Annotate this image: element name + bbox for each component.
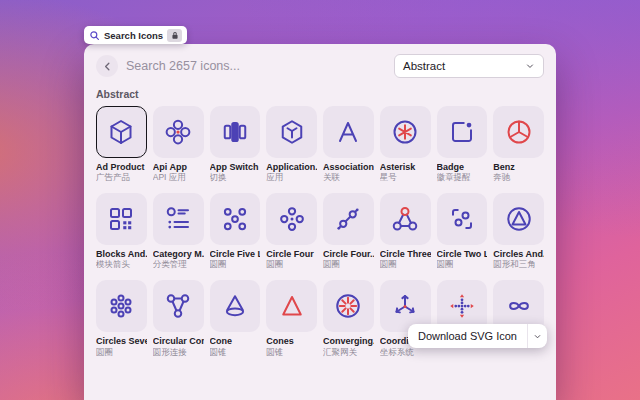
icon-sublabel: API 应用 [153,173,204,183]
icon-tile[interactable] [266,280,317,332]
icon-card-converging[interactable]: Converging... 汇聚网关 [323,280,374,357]
icon-tile[interactable] [380,193,431,245]
icon-tile[interactable] [493,193,544,245]
window-tab-title: Search Icons [104,30,163,41]
diagonal-circles-icon [333,204,363,234]
icon-tile[interactable] [323,280,374,332]
icon-card-association[interactable]: Association 关联 [323,106,374,183]
four-circles-flower-icon [277,204,307,234]
icon-card-cones[interactable]: Cones 圆锥 [266,280,317,357]
icon-card-cone[interactable]: Cone 圆锥 [210,280,261,357]
red-triangle-icon [277,291,307,321]
icon-tile[interactable] [323,106,374,158]
search-input[interactable] [126,57,386,75]
icon-tile[interactable] [437,106,488,158]
badge-dot-icon [447,117,477,147]
icon-card-app-switch[interactable]: App Switch 切换 [210,106,261,183]
icon-tile[interactable] [323,193,374,245]
icon-sublabel: 圆形连接 [153,348,204,358]
icon-label: Cone [210,336,261,346]
icon-card-circles-seven[interactable]: Circles Seven 圆圈 [96,280,147,357]
icon-card-circle-two-line[interactable]: Circle Two L... 圆圈 [437,193,488,270]
icon-sublabel: 圆圈 [210,260,261,270]
icon-label: Circle Three [380,249,431,259]
icon-sublabel: 圆圈 [380,260,431,270]
icon-label: Circles And... [493,249,544,259]
back-button[interactable] [96,55,118,77]
category-select-value: Abstract [403,60,445,72]
icon-tile[interactable] [210,280,261,332]
icon-card-benz[interactable]: Benz 奔驰 [493,106,544,183]
a-frame-icon [333,117,363,147]
icon-label: Circular Con... [153,336,204,346]
blocks-icon [106,204,136,234]
asterisk-circle-icon [390,117,420,147]
icon-sublabel: 圆圈 [437,260,488,270]
icon-label: Cones [266,336,317,346]
infinity-icon [504,291,534,321]
icon-sublabel: 圆锥 [266,348,317,358]
icon-tile[interactable] [493,106,544,158]
icon-sublabel: 广告产品 [96,173,147,183]
icon-tile[interactable] [266,106,317,158]
icon-card-api-app[interactable]: Api App API 应用 [153,106,204,183]
icon-card-asterisk[interactable]: Asterisk 星号 [380,106,431,183]
hexagon-branch-icon [277,117,307,147]
icon-label: Blocks And... [96,249,147,259]
category-select[interactable]: Abstract [394,54,544,78]
icon-card-circular-connection[interactable]: Circular Con... 圆形连接 [153,280,204,357]
icon-tile[interactable] [153,106,204,158]
brackets-dots-icon [447,204,477,234]
icon-sublabel: 圆锥 [210,348,261,358]
category-list-icon [163,204,193,234]
window-tab[interactable]: Search Icons [84,26,187,44]
icon-card-circle-four[interactable]: Circle Four 圆圈 [266,193,317,270]
chevron-down-icon [525,61,535,71]
seven-circles-icon [106,291,136,321]
icon-card-circle-three[interactable]: Circle Three 圆圈 [380,193,431,270]
icon-tile[interactable] [96,280,147,332]
icon-card-circles-and-triangle[interactable]: Circles And... 圆形和三角 [493,193,544,270]
icon-card-blocks-and[interactable]: Blocks And... 模块箭头 [96,193,147,270]
icon-card-application[interactable]: Application... 应用 [266,106,317,183]
icon-sublabel: 圆圈 [266,260,317,270]
icon-card-ad-product[interactable]: Ad Product 广告产品 [96,106,147,183]
icon-card-badge[interactable]: Badge 徽章提醒 [437,106,488,183]
five-circles-icon [220,204,250,234]
icon-label: Circles Seven [96,336,147,346]
icon-label: Circle Four [266,249,317,259]
icon-card-circle-four-line[interactable]: Circle Four... 圆圈 [323,193,374,270]
icon-label: Circle Two L... [437,249,488,259]
icon-label: App Switch [210,162,261,172]
download-svg-button[interactable]: Download SVG Icon [408,324,527,348]
icon-label: Ad Product [96,162,147,172]
icon-label: Association [323,162,374,172]
icon-tile[interactable] [437,193,488,245]
icon-label: Circle Five L... [210,249,261,259]
download-options-button[interactable] [527,324,547,348]
icon-label: Api App [153,162,204,172]
icon-card-circle-five[interactable]: Circle Five L... 圆圈 [210,193,261,270]
icon-sublabel: 汇聚网关 [323,348,374,358]
icon-tile[interactable] [153,280,204,332]
icon-tile[interactable] [210,106,261,158]
chevron-left-icon [101,60,114,73]
chevron-down-icon [533,332,542,341]
icon-tile[interactable] [96,193,147,245]
icon-sublabel: 关联 [323,173,374,183]
icon-tile[interactable] [380,106,431,158]
toolbar: Abstract [84,44,556,78]
axes-icon [390,291,420,321]
triangle-in-circle-icon [504,204,534,234]
icon-tile[interactable] [153,193,204,245]
download-split-button: Download SVG Icon [408,324,547,348]
columns-icon [220,117,250,147]
icon-tile[interactable] [96,106,147,158]
icon-sublabel: 徽章提醒 [437,173,488,183]
icon-card-category-management[interactable]: Category M... 分类管理 [153,193,204,270]
icon-tile[interactable] [210,193,261,245]
icon-tile[interactable] [266,193,317,245]
three-circles-icon [390,204,420,234]
icon-label: Application... [266,162,317,172]
icon-browser-window: Abstract Abstract Ad Product 广告产品 Api Ap… [84,44,556,400]
